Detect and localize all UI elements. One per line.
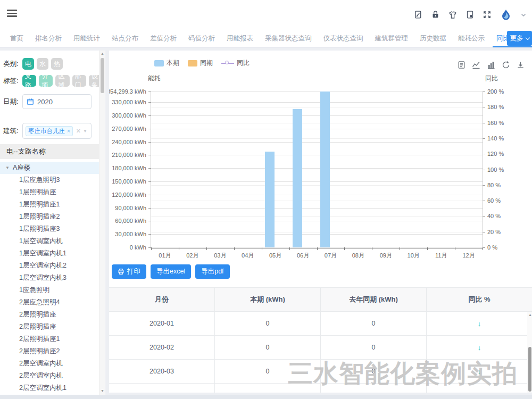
tag-option-button[interactable]: 区域: [55, 75, 69, 87]
tab-item[interactable]: 排名分析: [29, 29, 68, 47]
note-icon[interactable]: [414, 10, 423, 19]
action-buttons: 打印 导出excel 导出pdf: [112, 264, 230, 279]
theme-shirt-icon[interactable]: [448, 10, 458, 20]
caret-down-icon[interactable]: [520, 12, 527, 18]
x-axis-label: 01月: [159, 252, 171, 260]
tab-item[interactable]: 用能报表: [221, 29, 259, 47]
badge-icon[interactable]: [466, 10, 475, 19]
axis-tick: [148, 168, 151, 169]
tab-item[interactable]: 采集器状态查询: [259, 29, 318, 47]
tree-node[interactable]: 2层照明插座: [0, 321, 99, 333]
more-button[interactable]: 更多: [507, 31, 532, 46]
tree-node[interactable]: 1层空调室内机1: [0, 247, 99, 260]
tree-node[interactable]: 1层照明插座2: [0, 211, 99, 223]
bar-current-period[interactable]: [320, 92, 330, 247]
tab-item[interactable]: 码值分析: [182, 29, 221, 47]
tab-label: 采集器状态查询: [265, 34, 312, 43]
app-logo[interactable]: [500, 9, 512, 21]
bar-current-period[interactable]: [265, 152, 275, 247]
sidebar-scrollbar[interactable]: ▲ ▼: [99, 51, 105, 395]
bar-chart-icon[interactable]: [487, 61, 495, 69]
tree-node-root[interactable]: ▼A座楼: [0, 162, 99, 174]
gridline: [151, 138, 483, 139]
x-axis-label: 07月: [325, 252, 337, 260]
gridline: [151, 123, 483, 123]
tab-item[interactable]: 仪表状态查询: [318, 29, 369, 47]
export-pdf-button[interactable]: 导出pdf: [195, 264, 229, 279]
gridline: [151, 170, 483, 170]
tree-node[interactable]: 2层空调室内机: [0, 370, 99, 382]
gridline: [151, 181, 483, 182]
category-option-button[interactable]: 水: [37, 58, 48, 70]
fullscreen-icon[interactable]: [483, 10, 492, 19]
tab-item[interactable]: 首页: [4, 29, 29, 47]
tree-node[interactable]: 1层照明插座: [0, 186, 99, 198]
comparison-table: 月份本期 (kWh)去年同期 (kWh)同比 % 2020-0100↓2020-…: [109, 287, 532, 393]
tree-node[interactable]: 2层照明插座: [0, 309, 99, 321]
data-view-icon[interactable]: [458, 61, 466, 69]
print-button[interactable]: 打印: [112, 264, 146, 279]
legend-item[interactable]: 本期: [154, 59, 179, 68]
scrollbar-thumb[interactable]: [101, 58, 104, 93]
right-axis-tick-label: 180 %: [487, 104, 504, 110]
select-clear-icon[interactable]: ✕: [76, 128, 81, 135]
line-chart-icon[interactable]: [472, 61, 480, 69]
tree-node[interactable]: 1层空调室内机: [0, 235, 99, 247]
column-header: 月份: [109, 288, 215, 311]
refresh-icon[interactable]: [502, 61, 510, 69]
tree-node[interactable]: 2层照明插座1: [0, 333, 99, 345]
tree-node[interactable]: 2层空调室内机1: [0, 382, 99, 394]
table-cell: 2020-03: [109, 360, 215, 383]
tag-option-button[interactable]: 部门: [72, 75, 86, 87]
building-select[interactable]: 枣庄市台儿庄 × ✕ ▼: [22, 123, 92, 139]
tree-node[interactable]: 1应急照明: [0, 284, 99, 296]
right-axis-tick-label: 200 %: [487, 88, 504, 95]
tab-item[interactable]: 历史数据: [414, 29, 452, 47]
legend-item[interactable]: 同比: [221, 59, 250, 68]
select-caret-icon[interactable]: ▼: [83, 129, 87, 134]
tree-node[interactable]: 2层应急照明4: [0, 296, 99, 309]
table-scrollbar[interactable]: ▲: [527, 312, 532, 393]
tag-option-button[interactable]: 分项: [39, 75, 53, 87]
tab-label: 历史数据: [420, 34, 446, 43]
axis-tick: [483, 185, 485, 186]
bar-current-period[interactable]: [293, 109, 302, 247]
building-selected-tag[interactable]: 枣庄市台儿庄 ×: [26, 126, 73, 136]
scrollbar-thumb[interactable]: [528, 347, 531, 392]
tag-label: 标签:: [3, 77, 22, 86]
gridline: [151, 232, 483, 232]
category-option-button[interactable]: 热: [51, 58, 63, 70]
category-row: 类别: 电水热: [3, 58, 105, 70]
scroll-down-arrow-icon[interactable]: ▼: [101, 389, 104, 393]
right-axis-tick-label: 40 %: [487, 213, 501, 219]
tag-option-button[interactable]: 支路: [22, 75, 36, 87]
scroll-up-arrow-icon[interactable]: ▲: [101, 52, 104, 55]
tree-node[interactable]: 2层空调室内机: [0, 358, 99, 370]
table-cell: ↓: [427, 384, 532, 393]
gridline: [151, 168, 483, 169]
tree-node[interactable]: 1层照明插座3: [0, 223, 99, 235]
table-cell: 0: [215, 312, 321, 335]
tree-node[interactable]: 1层照明插座1: [0, 198, 99, 211]
axis-tick: [400, 247, 400, 250]
lock-icon[interactable]: [431, 10, 440, 19]
tab-item[interactable]: 建筑群管理: [369, 29, 414, 47]
tree-node[interactable]: 1层空调室内机2: [0, 260, 99, 272]
tab-item[interactable]: 能耗公示: [452, 29, 491, 47]
tag-remove-icon[interactable]: ×: [67, 128, 70, 134]
legend-item[interactable]: 同期: [188, 59, 213, 68]
tree-node[interactable]: 1层应急照明3: [0, 174, 99, 186]
tab-item[interactable]: 差值分析: [144, 29, 182, 47]
tree-node[interactable]: 1层空调室内机3: [0, 272, 99, 284]
export-excel-button[interactable]: 导出excel: [151, 264, 191, 279]
category-option-button[interactable]: 电: [22, 58, 34, 70]
tab-item[interactable]: 站点分布: [106, 29, 144, 47]
tab-item[interactable]: 用能统计: [68, 29, 106, 47]
scroll-up-arrow-icon[interactable]: ▲: [528, 313, 532, 317]
gridline: [151, 201, 483, 201]
download-icon[interactable]: [517, 61, 525, 69]
right-axis-tick-label: 60 %: [487, 197, 501, 204]
date-input[interactable]: 2020: [22, 94, 92, 109]
tree-node[interactable]: 2层照明插座2: [0, 345, 99, 358]
hamburger-menu-icon[interactable]: [7, 10, 17, 18]
